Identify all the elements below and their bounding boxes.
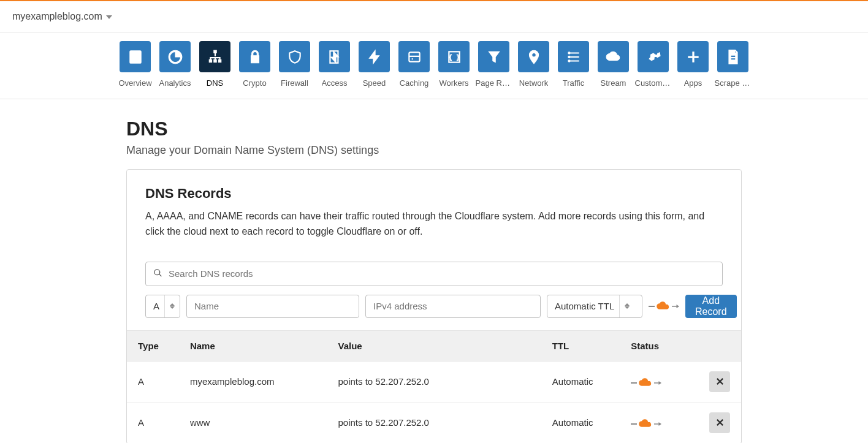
nav-label: Firewall <box>281 78 308 88</box>
svg-point-10 <box>568 59 569 61</box>
delete-record-button[interactable] <box>709 412 730 433</box>
domain-name: myexampleblog.com <box>12 11 102 22</box>
workers-icon: { } <box>438 41 470 72</box>
cell-type[interactable]: A <box>127 402 181 443</box>
cell-delete <box>701 402 741 443</box>
nav-label: Overview <box>118 78 151 88</box>
nav-item-speed[interactable]: Speed <box>359 41 390 88</box>
nav-item-overview[interactable]: Overview <box>120 41 151 88</box>
page-title: DNS <box>126 118 742 140</box>
record-ttl-select[interactable]: Automatic TTL <box>547 295 642 318</box>
nav-item-scrape[interactable]: Scrape S… <box>717 41 748 88</box>
nav-item-traffic[interactable]: Traffic <box>558 41 589 88</box>
cell-delete <box>701 361 741 402</box>
network-icon <box>518 41 549 72</box>
nav-label: Workers <box>439 78 468 88</box>
dash-left-icon <box>631 382 637 384</box>
svg-text:{ }: { } <box>448 53 460 61</box>
col-header-delete <box>701 330 741 361</box>
nav-item-workers[interactable]: { }Workers <box>438 41 470 88</box>
arrow-right-icon <box>654 418 661 429</box>
col-header-type: Type <box>127 330 181 361</box>
nav-label: Speed <box>363 78 386 88</box>
dash-left-icon <box>631 423 637 425</box>
card-description: A, AAAA, and CNAME records can have thei… <box>145 209 721 240</box>
nav-item-network[interactable]: Network <box>518 41 549 88</box>
arrow-right-icon <box>672 301 679 311</box>
cell-value[interactable]: points to 52.207.252.0 <box>329 402 543 443</box>
record-type-select[interactable]: A <box>145 295 180 318</box>
scrape-icon <box>717 41 748 72</box>
nav-label: Apps <box>684 78 702 88</box>
cell-name[interactable]: www <box>181 402 330 443</box>
arrow-right-icon <box>654 377 661 388</box>
nav-label: Page Rules <box>476 78 512 88</box>
overview-icon <box>120 41 151 72</box>
add-record-form: A Automatic TTL <box>145 295 723 318</box>
nav-label: Scrape S… <box>715 78 752 88</box>
svg-point-8 <box>568 51 569 53</box>
nav-item-analytics[interactable]: Analytics <box>159 41 191 88</box>
record-value-input[interactable] <box>366 301 540 311</box>
proxy-cloud-toggle[interactable] <box>649 301 679 311</box>
svg-point-9 <box>568 56 569 58</box>
col-header-status: Status <box>622 330 701 361</box>
nav-item-dns[interactable]: DNS <box>199 41 230 88</box>
cell-status <box>622 361 701 402</box>
nav-label: Access <box>322 78 348 88</box>
apps-icon <box>677 41 709 72</box>
nav-item-access[interactable]: Access <box>319 41 350 88</box>
stepper-icon <box>619 295 630 317</box>
crypto-icon <box>239 41 270 72</box>
nav-label: DNS <box>207 78 223 88</box>
analytics-icon <box>159 41 191 72</box>
page-body: DNS Manage your Domain Name System (DNS)… <box>120 118 748 443</box>
cloud-icon <box>638 419 653 429</box>
stepper-icon <box>164 295 175 317</box>
search-icon <box>153 268 162 279</box>
nav-label: Stream <box>601 78 626 88</box>
card-heading: DNS Records <box>145 186 723 202</box>
cell-name[interactable]: myexampleblog.com <box>181 361 330 402</box>
domain-selector[interactable]: myexampleblog.com <box>12 11 112 22</box>
proxy-cloud-toggle[interactable] <box>631 377 661 388</box>
nav-item-stream[interactable]: Stream <box>598 41 629 88</box>
close-icon <box>716 377 724 385</box>
traffic-icon <box>558 41 589 72</box>
firewall-icon <box>279 41 310 72</box>
cloud-icon <box>656 301 671 311</box>
col-header-value: Value <box>329 330 543 361</box>
cell-ttl[interactable]: Automatic <box>544 361 622 402</box>
delete-record-button[interactable] <box>709 371 730 392</box>
search-input[interactable] <box>169 268 715 279</box>
record-name-input[interactable] <box>187 301 359 311</box>
dns-icon <box>199 41 230 72</box>
nav-item-pagerules[interactable]: Page Rules <box>478 41 509 88</box>
domain-bar: myexampleblog.com <box>0 1 868 32</box>
stream-icon <box>598 41 629 72</box>
cell-type[interactable]: A <box>127 361 181 402</box>
svg-rect-2 <box>213 59 216 62</box>
svg-rect-3 <box>218 59 221 62</box>
col-header-name: Name <box>181 330 330 361</box>
nav-item-firewall[interactable]: Firewall <box>279 41 310 88</box>
speed-icon <box>359 41 390 72</box>
svg-rect-0 <box>213 50 216 53</box>
nav-item-caching[interactable]: Caching <box>398 41 430 88</box>
add-record-button[interactable]: Add Record <box>685 295 737 318</box>
nav-item-apps[interactable]: Apps <box>677 41 709 88</box>
dns-records-card: DNS Records A, AAAA, and CNAME records c… <box>126 169 742 443</box>
caching-icon <box>398 41 430 72</box>
proxy-cloud-toggle[interactable] <box>631 418 661 429</box>
nav-label: Crypto <box>243 78 266 88</box>
record-value-input-wrap <box>365 295 541 318</box>
nav-label: Network <box>519 78 549 88</box>
search-input-wrap[interactable] <box>145 262 723 286</box>
nav-item-customp[interactable]: Custom P… <box>638 41 669 88</box>
cell-status <box>622 402 701 443</box>
svg-rect-1 <box>209 59 211 62</box>
cell-value[interactable]: points to 52.207.252.0 <box>329 361 543 402</box>
nav-item-crypto[interactable]: Crypto <box>239 41 270 88</box>
search-row <box>145 262 723 286</box>
cell-ttl[interactable]: Automatic <box>544 402 622 443</box>
